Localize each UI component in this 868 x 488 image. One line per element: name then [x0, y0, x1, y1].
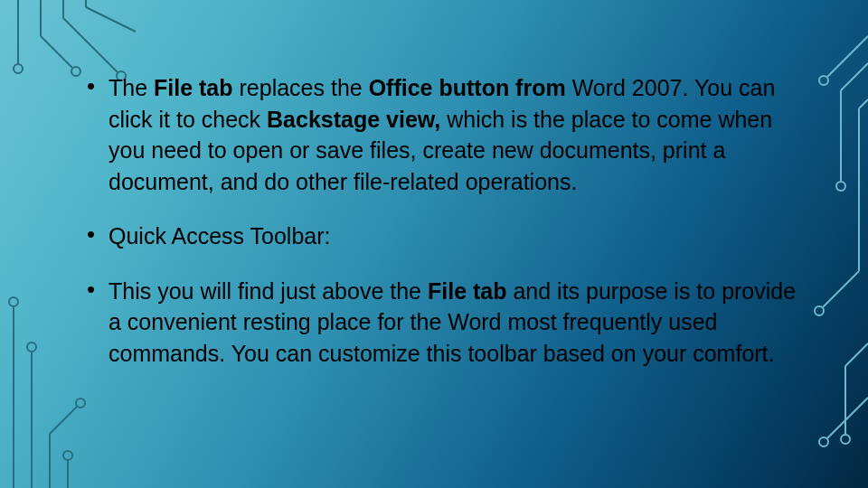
svg-line-19: [827, 36, 868, 77]
bullet-item: Quick Access Toolbar:: [81, 221, 814, 252]
svg-line-26: [823, 271, 859, 307]
svg-line-15: [50, 407, 77, 434]
svg-point-11: [9, 297, 18, 306]
svg-point-16: [76, 399, 85, 408]
bullet-list: The File tab replaces the Office button …: [81, 72, 814, 369]
svg-point-20: [819, 76, 828, 85]
bold-text: Office button from: [369, 75, 572, 100]
bullet-item: This you will find just above the File t…: [81, 276, 814, 370]
slide-content: The File tab replaces the Office button …: [81, 72, 814, 392]
svg-line-9: [86, 7, 136, 32]
svg-point-13: [27, 343, 36, 352]
svg-line-21: [841, 63, 868, 90]
svg-point-23: [836, 182, 845, 191]
svg-line-3: [41, 36, 72, 68]
bold-text: File tab: [154, 75, 239, 100]
plain-text: This you will find just above the: [108, 278, 428, 304]
svg-line-24: [859, 99, 868, 108]
bold-text: Backstage view,: [267, 107, 447, 132]
plain-text: The: [108, 75, 154, 100]
svg-point-18: [63, 451, 72, 460]
plain-text: Quick Access Toolbar:: [108, 223, 330, 249]
bold-text: File tab: [428, 278, 513, 304]
slide: The File tab replaces the Office button …: [0, 0, 868, 488]
svg-point-27: [815, 306, 824, 315]
svg-line-6: [63, 18, 118, 72]
svg-point-32: [819, 437, 828, 446]
plain-text: replaces the: [240, 75, 369, 100]
svg-point-1: [14, 64, 23, 73]
svg-point-30: [841, 435, 850, 444]
svg-line-28: [845, 343, 868, 366]
svg-point-4: [71, 67, 80, 76]
bullet-item: The File tab replaces the Office button …: [81, 72, 814, 197]
svg-line-31: [827, 398, 868, 438]
